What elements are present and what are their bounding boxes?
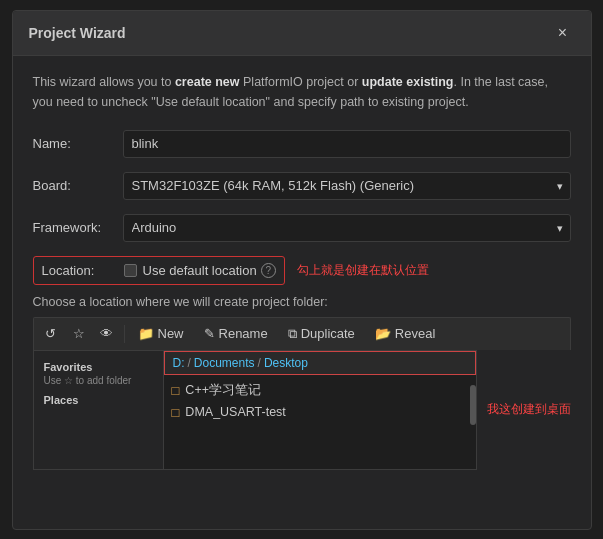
toolbar-separator (124, 325, 125, 343)
favorites-button[interactable]: ☆ (66, 321, 92, 347)
breadcrumb-desktop[interactable]: Desktop (264, 356, 308, 370)
list-item[interactable]: □ C++学习笔记 (164, 379, 476, 402)
scrollbar-thumb[interactable] (470, 385, 476, 425)
folder-icon: □ (172, 405, 180, 420)
star-icon: ☆ (73, 326, 85, 341)
file-browser-toolbar: ↺ ☆ 👁 📁 New ✎ Rename ⧉ Duplicate 📂 (33, 317, 571, 350)
breadcrumb-sep2: / (258, 356, 261, 370)
duplicate-icon: ⧉ (288, 326, 297, 342)
location-label: Location: (42, 263, 124, 278)
board-row: Board: STM32F103ZE (64k RAM, 512k Flash)… (33, 172, 571, 200)
folder-icon: □ (172, 383, 180, 398)
breadcrumb-documents[interactable]: Documents (194, 356, 255, 370)
name-row: Name: (33, 130, 571, 158)
location-row: Location: Use default location ? (33, 256, 285, 285)
refresh-button[interactable]: ↺ (38, 321, 64, 347)
checkbox-box (124, 264, 137, 277)
framework-row: Framework: Arduino ▾ (33, 214, 571, 242)
framework-label: Framework: (33, 220, 123, 235)
board-label: Board: (33, 178, 123, 193)
list-item[interactable]: □ DMA_USART-test (164, 402, 476, 423)
dialog-titlebar: Project Wizard × (13, 11, 591, 56)
file-sidebar: Favorites Use ☆ to add folder Places (34, 351, 164, 469)
rename-label: Rename (219, 326, 268, 341)
breadcrumb-sep1: / (188, 356, 191, 370)
rename-icon: ✎ (204, 326, 215, 341)
checkbox-label: Use default location (143, 263, 257, 278)
framework-select-wrapper: Arduino ▾ (123, 214, 571, 242)
name-input[interactable] (123, 130, 571, 158)
help-icon[interactable]: ? (261, 263, 276, 278)
file-main: D: / Documents / Desktop □ C++学习笔记 □ (164, 351, 476, 469)
project-wizard-dialog: Project Wizard × This wizard allows you … (12, 10, 592, 530)
description-text: This wizard allows you to create new Pla… (33, 72, 571, 112)
annotation-desktop: 我这创建到桌面 (487, 401, 571, 418)
new-label: New (158, 326, 184, 341)
annotation-default-location: 勾上就是创建在默认位置 (297, 262, 429, 279)
duplicate-label: Duplicate (301, 326, 355, 341)
rename-button[interactable]: ✎ Rename (195, 321, 277, 347)
name-label: Name: (33, 136, 123, 151)
close-button[interactable]: × (551, 21, 575, 45)
duplicate-button[interactable]: ⧉ Duplicate (279, 321, 364, 347)
file-name: C++学习笔记 (185, 382, 261, 399)
breadcrumb-drive[interactable]: D: (173, 356, 185, 370)
eye-button[interactable]: 👁 (94, 321, 120, 347)
scrollbar-track[interactable] (470, 375, 476, 469)
reveal-icon: 📂 (375, 326, 391, 341)
choose-location-text: Choose a location where we will create p… (33, 295, 571, 309)
dialog-title: Project Wizard (29, 25, 126, 41)
framework-select[interactable]: Arduino (123, 214, 571, 242)
refresh-icon: ↺ (45, 326, 56, 341)
dialog-body: This wizard allows you to create new Pla… (13, 56, 591, 529)
file-browser-area: Favorites Use ☆ to add folder Places D: … (33, 350, 571, 470)
reveal-label: Reveal (395, 326, 435, 341)
breadcrumb-bar: D: / Documents / Desktop (164, 351, 476, 375)
file-browser: Favorites Use ☆ to add folder Places D: … (33, 350, 477, 470)
favorites-hint: Use ☆ to add folder (34, 373, 163, 392)
eye-icon: 👁 (100, 326, 113, 341)
file-name: DMA_USART-test (185, 405, 286, 419)
board-select[interactable]: STM32F103ZE (64k RAM, 512k Flash) (Gener… (123, 172, 571, 200)
favorites-title: Favorites (34, 359, 163, 373)
places-title: Places (34, 392, 163, 406)
board-select-wrapper: STM32F103ZE (64k RAM, 512k Flash) (Gener… (123, 172, 571, 200)
new-folder-icon: 📁 (138, 326, 154, 341)
use-default-location-checkbox[interactable]: Use default location (124, 263, 257, 278)
new-button[interactable]: 📁 New (129, 321, 193, 347)
reveal-button[interactable]: 📂 Reveal (366, 321, 444, 347)
file-list: □ C++学习笔记 □ DMA_USART-test (164, 375, 476, 469)
